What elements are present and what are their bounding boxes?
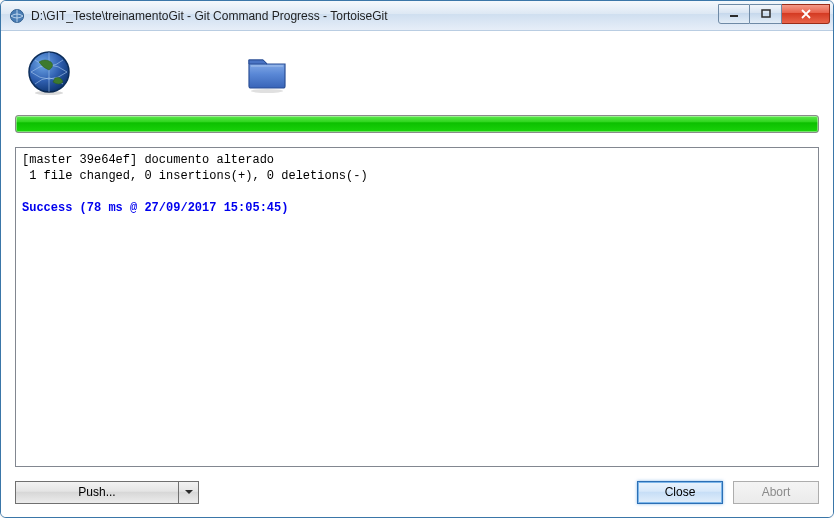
abort-button: Abort — [733, 481, 819, 504]
push-button-label: Push... — [78, 485, 115, 499]
push-dropdown-button[interactable] — [179, 481, 199, 504]
close-button-label: Close — [665, 485, 696, 499]
output-textarea[interactable]: [master 39e64ef] documento alterado 1 fi… — [15, 147, 819, 467]
abort-button-label: Abort — [762, 485, 791, 499]
chevron-down-icon — [185, 488, 193, 496]
svg-rect-2 — [762, 10, 770, 17]
push-button[interactable]: Push... — [15, 481, 179, 504]
close-button[interactable]: Close — [637, 481, 723, 504]
maximize-button[interactable] — [750, 4, 782, 24]
minimize-button[interactable] — [718, 4, 750, 24]
button-row: Push... Close Abort — [15, 479, 819, 505]
output-line: [master 39e64ef] documento alterado — [22, 153, 274, 167]
globe-icon — [25, 48, 73, 96]
close-window-button[interactable] — [782, 4, 830, 24]
client-area: [master 39e64ef] documento alterado 1 fi… — [1, 31, 833, 517]
push-split-button: Push... — [15, 481, 199, 504]
icon-row — [15, 41, 819, 103]
svg-rect-1 — [730, 15, 738, 17]
app-icon — [9, 8, 25, 24]
folder-icon — [243, 48, 291, 96]
output-line: 1 file changed, 0 insertions(+), 0 delet… — [22, 169, 368, 183]
svg-point-4 — [35, 91, 63, 95]
progress-bar — [15, 115, 819, 133]
window-controls — [718, 8, 830, 24]
titlebar[interactable]: D:\GIT_Teste\treinamentoGit - Git Comman… — [1, 1, 833, 31]
output-success-line: Success (78 ms @ 27/09/2017 15:05:45) — [22, 201, 288, 215]
window-frame: D:\GIT_Teste\treinamentoGit - Git Comman… — [0, 0, 834, 518]
window-title: D:\GIT_Teste\treinamentoGit - Git Comman… — [31, 9, 718, 23]
svg-point-5 — [251, 89, 283, 93]
